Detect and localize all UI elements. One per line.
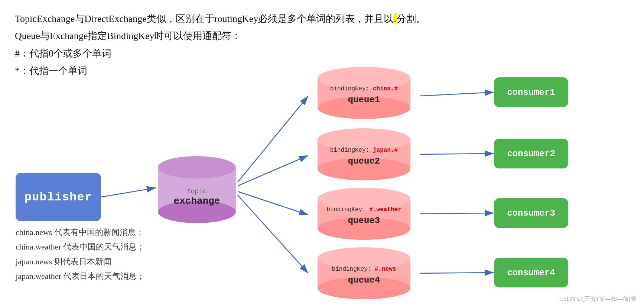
exchange-node: Topic exchange [154,149,240,232]
consumer4-box: consumer4 [494,258,568,287]
queue4-container: bindingKey: #.news queue4 [308,245,420,303]
queue4-to-consumer4-arrow [420,273,494,273]
consumer3-box: consumer3 [494,198,568,228]
svg-text:queue1: queue1 [348,95,380,105]
exchange-svg: Topic exchange [154,149,240,231]
watermark: CSDN @_三知(前—知—前(曾 [559,295,637,303]
svg-text:bindingKey: #.weather: bindingKey: #.weather [326,206,401,213]
consumer1-label: consumer1 [507,87,555,97]
svg-text:queue2: queue2 [348,156,380,166]
queue3-svg: bindingKey: #.weather queue3 [308,186,420,242]
svg-text:bindingKey: japan.#: bindingKey: japan.# [330,147,398,154]
svg-point-1 [158,156,236,178]
queue3-container: bindingKey: #.weather queue3 [308,186,420,243]
publisher-box: publisher [16,173,101,221]
description-line1: TopicExchange与DirectExchange类似，区别在于routi… [15,11,629,27]
bottom-text-block: china.news 代表有中国的新闻消息； china.weather 代表中… [16,225,145,284]
publisher-label: publisher [25,190,92,204]
svg-text:bindingKey: #.news: bindingKey: #.news [332,266,396,273]
line1-pre: TopicExchange与DirectExchange类似，区别在于routi… [15,13,393,24]
description-line2: Queue与Exchange指定BindingKey时可以使用通配符： [15,28,629,44]
svg-text:queue4: queue4 [348,275,380,285]
svg-text:Topic: Topic [187,188,207,195]
queue2-svg: bindingKey: japan.# queue2 [308,126,420,182]
svg-text:queue3: queue3 [348,216,380,226]
bottom-line1: china.news 代表有中国的新闻消息； [16,225,145,240]
queue2-container: bindingKey: japan.# queue2 [308,126,420,184]
line1-highlight: . [393,13,397,24]
svg-text:exchange: exchange [174,196,220,207]
exchange-to-queue2-arrow [238,155,308,186]
bottom-line3: japan.news 则代表日本新闻 [16,254,145,269]
hash-rule: #：代指0个或多个单词 [15,45,629,62]
queue3-to-consumer3-arrow [420,213,494,214]
queue4-svg: bindingKey: #.news queue4 [308,245,420,301]
consumer1-box: consumer1 [494,77,568,107]
exchange-to-queue4-arrow [238,195,308,273]
line1-post: 分割。 [397,13,426,24]
bottom-line2: china.weather 代表中国的天气消息； [16,239,145,254]
bottom-line4: japan.weather 代表日本的天气消息； [16,269,145,284]
consumer4-label: consumer4 [507,268,555,278]
queue1-svg: bindingKey: china.# queue1 [308,65,420,121]
queue1-container: bindingKey: china.# queue1 [308,65,420,122]
exchange-to-queue1-arrow [238,96,308,182]
publisher-to-exchange-arrow [101,188,156,197]
consumer2-label: consumer2 [507,149,555,159]
queue1-to-consumer1-arrow [420,92,494,96]
svg-text:bindingKey: china.#: bindingKey: china.# [330,86,398,92]
consumer3-label: consumer3 [507,208,555,218]
page-container: TopicExchange与DirectExchange类似，区别在于routi… [0,0,644,306]
consumer2-box: consumer2 [494,139,568,168]
exchange-to-queue3-arrow [238,191,308,215]
queue2-to-consumer2-arrow [420,154,494,154]
